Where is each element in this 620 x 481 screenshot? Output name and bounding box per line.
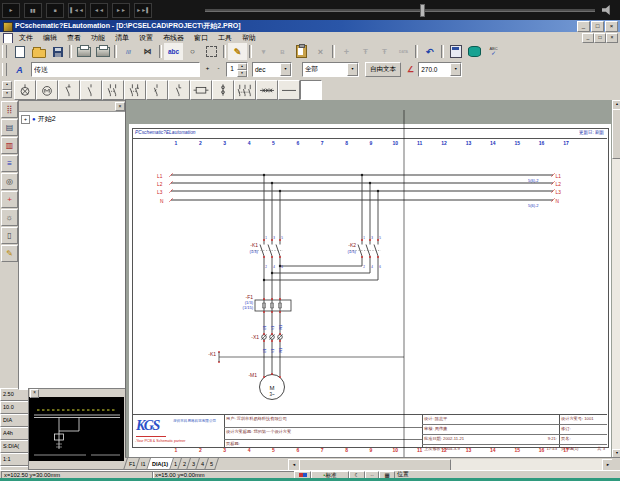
free-text-button[interactable]: 自由文本 — [365, 62, 401, 77]
spellcheck-button[interactable]: ABC✓ — [484, 43, 503, 60]
rewind-button[interactable]: ◄◄ — [90, 3, 108, 18]
vertical-scrollbar[interactable]: ▲ ▼ — [612, 100, 620, 457]
stepper-arrows[interactable]: ▲▼ — [237, 63, 247, 76]
skip-forward-button[interactable]: ►►▌ — [134, 3, 152, 18]
scope-dropdown[interactable]: 全部 ▼ — [302, 62, 359, 77]
project-tree-label[interactable]: 开始2 — [38, 114, 56, 124]
chevron-down-icon[interactable]: ▼ — [280, 63, 291, 76]
move-button[interactable]: + — [337, 43, 356, 60]
close-button[interactable]: × — [605, 21, 618, 32]
page-tab-DIA(1)[interactable]: DIA(1) — [146, 458, 174, 470]
restore-button[interactable]: □ — [591, 21, 604, 32]
connection-pin-symbol-button[interactable] — [212, 80, 234, 100]
print-setup-button[interactable] — [93, 43, 112, 60]
paste-button[interactable] — [292, 43, 311, 60]
menu-item-3[interactable]: 功能 — [86, 32, 110, 43]
terminal-row-symbol-button[interactable] — [256, 80, 278, 100]
three-pole-contact-symbol-button[interactable] — [234, 80, 256, 100]
vertical-scroll-thumb[interactable] — [612, 109, 620, 159]
chevron-down-icon[interactable]: ▼ — [347, 63, 358, 76]
horizontal-scrollbar[interactable]: ◄ ► — [288, 459, 612, 470]
undo-button[interactable]: ↶ — [420, 43, 439, 60]
object-list-button[interactable]: ≡ — [1, 155, 18, 172]
new-file-button[interactable] — [10, 43, 29, 60]
symbol-mode-button[interactable]: ⋈ — [138, 43, 157, 60]
angle-dropdown[interactable]: 270.0 ▼ — [418, 62, 462, 77]
make-contact-symbol-button[interactable] — [80, 80, 102, 100]
chevron-down-icon[interactable]: ▼ — [450, 63, 461, 76]
blank-symbol-symbol-button[interactable] — [300, 80, 322, 100]
changeover-a-symbol-button[interactable] — [102, 80, 124, 100]
mdi-minimize-button[interactable]: _ — [582, 33, 594, 43]
mdi-close-button[interactable]: × — [606, 33, 618, 43]
menu-item-9[interactable]: 帮助 — [237, 32, 261, 43]
preview-thumbnail[interactable] — [29, 397, 124, 461]
menu-item-0[interactable]: 文件 — [14, 32, 38, 43]
b-small-button[interactable]: B — [273, 43, 292, 60]
minimize-button[interactable]: _ — [577, 21, 590, 32]
toolbar-grip[interactable] — [2, 63, 7, 76]
menu-item-1[interactable]: 编辑 — [38, 32, 62, 43]
preview-titlebar[interactable]: × — [29, 389, 126, 397]
pager-up-icon[interactable]: ▲ — [2, 81, 12, 90]
skip-back-button[interactable]: ▌◄◄ — [68, 3, 86, 18]
changeover-b-symbol-button[interactable] — [124, 80, 146, 100]
motor-symbol-button[interactable] — [36, 80, 58, 100]
print-button[interactable] — [74, 43, 93, 60]
menu-item-7[interactable]: 窗口 — [189, 32, 213, 43]
stop-button[interactable]: ■ — [46, 3, 64, 18]
early-make-symbol-button[interactable] — [146, 80, 168, 100]
symbol-pager[interactable]: ▲▼ — [2, 81, 12, 98]
detail-down-button[interactable]: ▾ — [254, 43, 273, 60]
signal-lamp-symbol-button[interactable] — [14, 80, 36, 100]
disconnector-symbol-button[interactable] — [58, 80, 80, 100]
volume-icon[interactable] — [602, 5, 613, 15]
settings-button[interactable]: ☼ — [1, 209, 18, 226]
text-mode-button[interactable]: abc — [164, 43, 183, 60]
text-smaller-button[interactable]: - — [214, 64, 223, 75]
filter-t2-button[interactable]: Ŧ — [375, 43, 394, 60]
pencil-button[interactable]: ✎ — [228, 43, 247, 60]
tree-expander-icon[interactable]: + — [21, 115, 30, 124]
zoom-page-button[interactable]: ◎ — [1, 173, 18, 190]
fast-forward-button[interactable]: ►► — [112, 3, 130, 18]
unit-dropdown[interactable]: dec ▼ — [252, 62, 292, 77]
calculator-button[interactable] — [446, 43, 465, 60]
open-button[interactable] — [29, 43, 48, 60]
play-button[interactable]: ► — [2, 3, 20, 18]
circle-mode-button[interactable]: ○ — [183, 43, 202, 60]
project-panel-titlebar[interactable]: × — [19, 101, 126, 112]
project-tree-root[interactable]: + ● 开始2 — [21, 114, 126, 124]
text-larger-button[interactable]: + — [203, 64, 212, 75]
close-icon[interactable]: × — [115, 102, 125, 111]
align-pointer-button[interactable]: + — [1, 191, 18, 208]
conductor-line-symbol-button[interactable] — [278, 80, 300, 100]
net-navigator-button[interactable]: ⣿ — [1, 101, 18, 118]
text-style-icon[interactable]: A — [10, 61, 29, 78]
media-seek-thumb[interactable] — [420, 4, 425, 17]
toolbar-grip[interactable] — [2, 45, 7, 58]
page-browser-button[interactable]: ▤ — [1, 119, 18, 136]
pager-down-icon[interactable]: ▼ — [2, 90, 12, 99]
media-seek-slider[interactable] — [205, 9, 595, 12]
sheet-edit-button[interactable]: ✎ — [1, 245, 18, 262]
menu-item-6[interactable]: 布线器 — [158, 32, 189, 43]
late-break-symbol-button[interactable] — [168, 80, 190, 100]
menu-item-4[interactable]: 清单 — [110, 32, 134, 43]
drawing-canvas[interactable]: PCschematic?ELautomation 更新日: 刷新 1234567… — [125, 100, 613, 457]
mdi-restore-button[interactable]: □ — [594, 33, 606, 43]
menu-item-5[interactable]: 设置 — [134, 32, 158, 43]
coil-symbol-button[interactable] — [190, 80, 212, 100]
save-button[interactable] — [48, 43, 67, 60]
data-button[interactable]: DATA — [394, 43, 413, 60]
menu-item-2[interactable]: 查看 — [62, 32, 86, 43]
manual-button[interactable]: ▥ — [1, 137, 18, 154]
page-tab-5[interactable]: 5 — [205, 458, 220, 470]
text-size-stepper[interactable]: 1 ▲▼ — [226, 62, 248, 77]
stepper-down-icon[interactable]: ▼ — [237, 70, 247, 77]
stepper-up-icon[interactable]: ▲ — [237, 63, 247, 70]
filter-t1-button[interactable]: Ŧ — [356, 43, 375, 60]
menu-item-8[interactable]: 工具 — [213, 32, 237, 43]
hatch-lines-button[interactable]: /// — [119, 43, 138, 60]
close-icon[interactable]: × — [30, 389, 39, 398]
